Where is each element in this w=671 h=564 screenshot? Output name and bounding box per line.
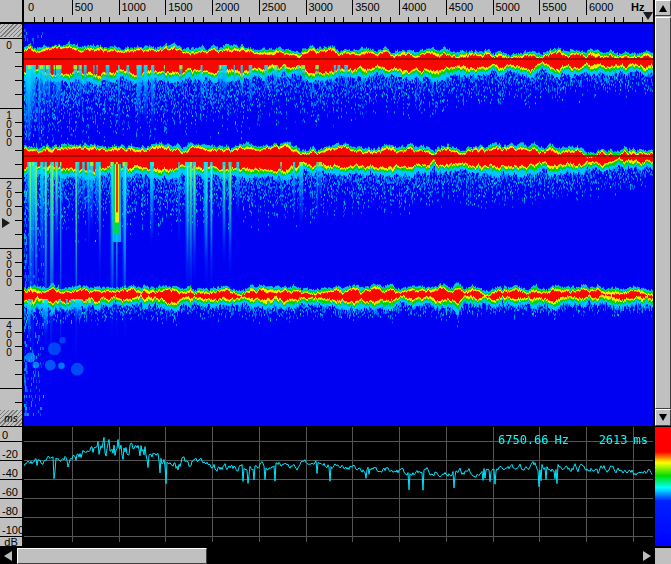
time-ruler-tick — [0, 178, 22, 179]
time-ruler-label: 2 0 0 0 — [3, 181, 15, 217]
freq-ruler-tick — [493, 0, 494, 15]
intensity-color-legend — [655, 427, 671, 546]
freq-ruler-label: 3500 — [355, 1, 379, 13]
time-ruler-minor-tick — [15, 192, 22, 193]
time-ruler-minor-tick — [15, 80, 22, 81]
freq-ruler-label: 6000 — [589, 1, 613, 13]
freq-ruler-label: 1000 — [122, 1, 146, 13]
time-ruler-minor-tick — [15, 136, 22, 137]
horizontal-scrollbar[interactable] — [0, 548, 655, 564]
scroll-left-button[interactable] — [0, 548, 16, 564]
time-readout: 2613ms — [599, 433, 648, 447]
time-ruler-tick — [0, 248, 22, 249]
db-unit-label: dB — [0, 536, 22, 546]
time-ruler-minor-tick — [15, 262, 22, 263]
freq-ruler-label: 500 — [75, 1, 93, 13]
frequency-readout-unit: Hz — [555, 433, 569, 447]
right-arrow-icon — [643, 551, 651, 561]
freq-ruler-tick — [165, 0, 166, 15]
up-arrow-icon — [659, 5, 667, 12]
corner-box-bottom-right — [655, 548, 671, 564]
db-ruler-tick — [0, 441, 22, 442]
time-ruler-minor-tick — [15, 304, 22, 305]
freq-ruler-tick — [259, 0, 260, 15]
freq-ruler-tick — [399, 0, 400, 15]
time-ruler-minor-tick — [15, 290, 22, 291]
time-ruler-minor-tick — [15, 122, 22, 123]
scroll-right-button[interactable] — [638, 548, 655, 564]
freq-ruler-tick — [539, 0, 540, 15]
db-ruler-tick — [0, 517, 22, 518]
db-ruler-tick — [0, 460, 22, 461]
db-ruler: dB 0-20-40-60-80-100 — [0, 427, 22, 546]
frequency-cursor-marker[interactable] — [643, 12, 653, 20]
time-unit-label: ms — [4, 413, 17, 424]
time-ruler-label: 3 0 0 0 — [3, 251, 15, 287]
freq-ruler-tick — [586, 0, 587, 15]
time-ruler-minor-tick — [15, 234, 22, 235]
down-arrow-icon — [659, 414, 667, 421]
freq-ruler-label: 0 — [28, 1, 34, 13]
freq-ruler-label: 2500 — [262, 1, 286, 13]
freq-ruler-label: 4500 — [449, 1, 473, 13]
vertical-scrollbar[interactable] — [655, 0, 671, 426]
corner-box — [0, 0, 22, 22]
freq-ruler-label: 3000 — [309, 1, 333, 13]
time-ruler-label: 0 — [3, 41, 15, 50]
freq-ruler-tick — [119, 0, 120, 15]
time-ruler-tick — [0, 38, 22, 39]
horizontal-scrollbar-thumb[interactable] — [17, 548, 207, 564]
spectrum-panel: 6750.66Hz 2613ms — [24, 427, 653, 546]
time-ruler-tick — [0, 388, 22, 389]
time-ruler-minor-tick — [15, 402, 22, 403]
frequency-readout: 6750.66Hz — [498, 433, 569, 447]
scroll-down-button[interactable] — [655, 409, 671, 426]
time-readout-value: 2613 — [599, 433, 628, 447]
time-ruler-minor-tick — [15, 346, 22, 347]
db-ruler-label: -60 — [2, 486, 18, 498]
time-ruler-minor-tick — [15, 276, 22, 277]
time-ruler-minor-tick — [15, 150, 22, 151]
time-ruler: ms 01 0 0 02 0 0 03 0 0 04 0 0 0 — [0, 24, 22, 426]
freq-ruler-label: 1500 — [168, 1, 192, 13]
db-ruler-label: -80 — [2, 505, 18, 517]
spectrogram-window: Hz 0500100015002000250030003500400045005… — [0, 0, 671, 564]
time-ruler-tick — [0, 318, 22, 319]
db-ruler-tick — [0, 498, 22, 499]
time-ruler-label: 4 0 0 0 — [3, 321, 15, 357]
scroll-up-button[interactable] — [655, 0, 671, 16]
vertical-scrollbar-thumb[interactable] — [655, 17, 671, 409]
freq-ruler-label: 2000 — [215, 1, 239, 13]
time-ruler-tick — [0, 108, 22, 109]
time-ruler-minor-tick — [15, 374, 22, 375]
frequency-ruler: Hz 0500100015002000250030003500400045005… — [24, 0, 653, 22]
time-ruler-minor-tick — [15, 52, 22, 53]
freq-ruler-tick — [446, 0, 447, 15]
db-ruler-label: -40 — [2, 467, 18, 479]
db-ruler-label: -100 — [2, 524, 22, 536]
time-ruler-label: 1 0 0 0 — [3, 111, 15, 147]
freq-ruler-tick — [72, 0, 73, 15]
freq-ruler-label: 5000 — [496, 1, 520, 13]
freq-ruler-label: 5500 — [542, 1, 566, 13]
time-ruler-minor-tick — [15, 332, 22, 333]
time-ruler-minor-tick — [15, 206, 22, 207]
ruler-end-cap — [0, 24, 22, 37]
spectrogram-canvas[interactable] — [24, 24, 653, 426]
time-cursor-marker[interactable] — [2, 218, 10, 228]
frequency-readout-value: 6750.66 — [498, 433, 549, 447]
db-ruler-tick — [0, 479, 22, 480]
db-ruler-tick — [0, 536, 22, 537]
time-ruler-minor-tick — [15, 94, 22, 95]
time-unit-cell: ms — [0, 410, 22, 426]
freq-ruler-label: 4000 — [402, 1, 426, 13]
db-ruler-label: -20 — [2, 448, 18, 460]
db-ruler-label: 0 — [2, 429, 8, 441]
freq-ruler-tick — [306, 0, 307, 15]
time-ruler-minor-tick — [15, 220, 22, 221]
time-ruler-minor-tick — [15, 66, 22, 67]
time-ruler-minor-tick — [15, 164, 22, 165]
freq-ruler-tick — [212, 0, 213, 15]
freq-ruler-tick — [352, 0, 353, 15]
time-ruler-minor-tick — [15, 360, 22, 361]
